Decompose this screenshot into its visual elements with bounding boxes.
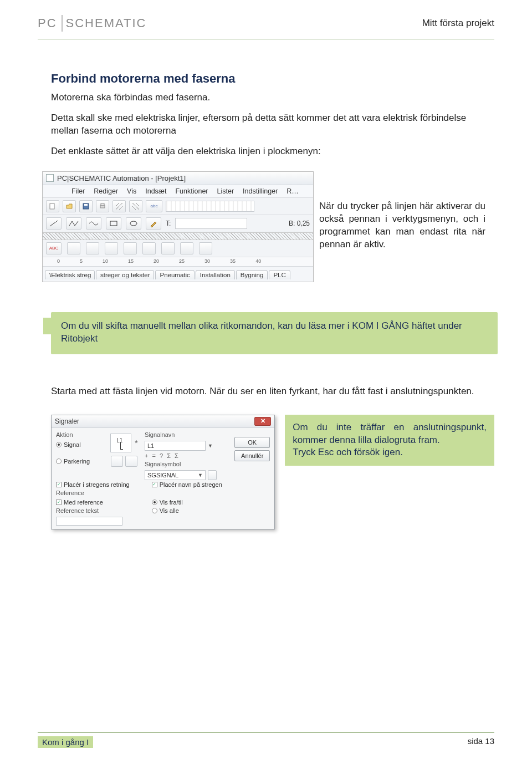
input-value: L1 <box>147 442 154 449</box>
brand-logo: PC SCHEMATIC <box>38 15 147 32</box>
hatch2-icon[interactable] <box>129 200 142 212</box>
menu-item[interactable]: Rediger <box>94 187 118 195</box>
tab-item[interactable]: Pneumatic <box>155 270 194 279</box>
rect-tool-icon[interactable] <box>106 217 121 230</box>
print-icon[interactable] <box>96 200 109 212</box>
menu-item[interactable]: Funktioner <box>175 187 208 195</box>
tab-item[interactable]: streger og tekster <box>96 270 154 279</box>
wave-tool-icon[interactable] <box>86 217 101 230</box>
chk-placer-navn[interactable]: Placér navn på stregen <box>152 481 222 488</box>
svg-rect-0 <box>50 203 54 209</box>
t-label: T: <box>166 220 171 227</box>
tab-item[interactable]: Installation <box>196 270 235 279</box>
page-number: sida 13 <box>468 736 494 746</box>
mini-btn[interactable] <box>161 242 175 254</box>
menubar: Filer Rediger Vis Indsæt Funktioner List… <box>43 185 313 198</box>
new-icon[interactable] <box>46 200 59 212</box>
tab-item[interactable]: Bygning <box>236 270 268 279</box>
hatch-strip <box>43 232 313 240</box>
menu-item[interactable]: Vis <box>127 187 136 195</box>
note-box: Om du inte träffar en anslutningspunkt, … <box>285 415 494 466</box>
chk-med-reference[interactable]: Med reference <box>56 499 130 506</box>
flip-v-icon[interactable] <box>125 456 137 467</box>
tab-item[interactable]: PLC <box>269 270 290 279</box>
app-icon <box>46 174 54 182</box>
intro-p2: Detta skall ske med elektriska linjer, e… <box>51 112 494 137</box>
header-rule <box>38 39 494 39</box>
pen-tool-icon[interactable] <box>146 217 161 230</box>
check-label: Placér i stregens retning <box>64 481 130 488</box>
intro-p1: Motorerna ska förbindas med faserna. <box>51 91 494 104</box>
dropdown-icon[interactable]: ▼ <box>208 443 213 449</box>
pattern-field[interactable] <box>166 201 254 212</box>
side-note: När du trycker på linjen här aktiverar d… <box>319 171 485 251</box>
menu-item[interactable]: Filer <box>71 187 85 195</box>
radio-label: Parkering <box>64 458 90 465</box>
mini-btn[interactable] <box>180 242 193 254</box>
save-icon[interactable] <box>79 200 93 212</box>
mini-btn[interactable] <box>199 242 212 254</box>
flip-h-icon[interactable] <box>111 456 123 467</box>
footer-rule <box>38 732 494 733</box>
menu-item[interactable]: Indsæt <box>145 187 166 195</box>
ruler-tick: 20 <box>154 258 159 264</box>
radio-vis-fra[interactable]: Vis fra/til <box>152 499 222 506</box>
mini-btn[interactable] <box>67 242 80 254</box>
reference-tekst-input[interactable] <box>56 517 122 526</box>
abc-red-icon[interactable]: ABC <box>46 242 62 254</box>
abc-icon[interactable]: abc <box>146 200 162 212</box>
svg-rect-5 <box>110 221 117 226</box>
ruler: 0 5 10 15 20 25 30 35 40 <box>43 257 313 267</box>
menu-item[interactable]: Indstillinger <box>243 187 278 195</box>
mini-btn[interactable] <box>142 242 156 254</box>
ok-button[interactable]: OK <box>234 437 270 448</box>
symbol-preview <box>110 434 131 452</box>
svg-rect-3 <box>100 205 105 208</box>
signalnavn-input[interactable]: L1 <box>145 441 206 451</box>
check-label: Med reference <box>64 499 103 506</box>
ruler-tick: 35 <box>230 258 236 264</box>
ruler-tick: 30 <box>204 258 210 264</box>
menu-item[interactable]: Lister <box>217 187 234 195</box>
app-screenshot: PC|SCHEMATIC Automation - [Projekt1] Fil… <box>42 171 314 282</box>
mini-btn[interactable] <box>86 242 99 254</box>
menu-item[interactable]: R… <box>287 187 299 195</box>
check-label: Placér navn på stregen <box>160 481 222 488</box>
p-start-line: Starta med att fästa linjen vid motorn. … <box>51 385 481 398</box>
callout-tab <box>43 318 51 334</box>
aktion-label: Aktion <box>56 431 104 438</box>
radio-label: Signal <box>64 441 81 448</box>
select-value: SGSIGNAL <box>147 472 178 478</box>
callout-text: Om du vill skifta manuellt mellan olika … <box>61 320 462 344</box>
ruler-tick: 10 <box>103 258 108 264</box>
tab-elektrisk[interactable]: \Elektrisk streg <box>45 270 95 279</box>
mini-btn[interactable] <box>105 242 118 254</box>
cancel-button[interactable]: Annullér <box>234 450 270 461</box>
chk-placer-streg[interactable]: Placér i stregens retning <box>56 481 130 488</box>
ellipse-tool-icon[interactable] <box>126 217 141 230</box>
radio-parkering[interactable]: Parkering <box>56 458 104 465</box>
signalsymbol-select[interactable]: SGSIGNAL▼ <box>145 470 206 480</box>
doc-title: Mitt första projekt <box>422 18 494 29</box>
reference-label: Reference <box>56 490 130 496</box>
open-icon[interactable] <box>63 200 76 212</box>
line-tool-icon[interactable] <box>46 217 62 230</box>
reference-tekst-label: Reference tekst <box>56 507 130 514</box>
hatch-icon[interactable] <box>112 200 126 212</box>
radio-signal[interactable]: Signal <box>56 441 104 448</box>
note-line2: Tryck Esc och försök igen. <box>293 446 487 459</box>
polyline-tool-icon[interactable] <box>66 217 81 230</box>
t-field[interactable] <box>175 218 247 229</box>
close-icon[interactable]: ✕ <box>254 417 271 426</box>
toolbar-mini: ABC <box>43 240 313 257</box>
footer-left: Kom i gång I <box>38 736 93 748</box>
signalsymbol-label: Signalsymbol <box>145 461 217 467</box>
radio-vis-alle[interactable]: Vis alle <box>152 507 222 514</box>
stepper-icon[interactable] <box>208 470 217 480</box>
logo-right: SCHEMATIC <box>66 16 147 30</box>
formula-row: + = ? Σ Σ <box>145 452 217 459</box>
note-line1: Om du inte träffar en anslutningspunkt, … <box>293 421 487 447</box>
callout-box: Om du vill skifta manuellt mellan olika … <box>51 312 498 354</box>
mini-btn[interactable] <box>124 242 137 254</box>
logo-left: PC <box>38 16 57 30</box>
